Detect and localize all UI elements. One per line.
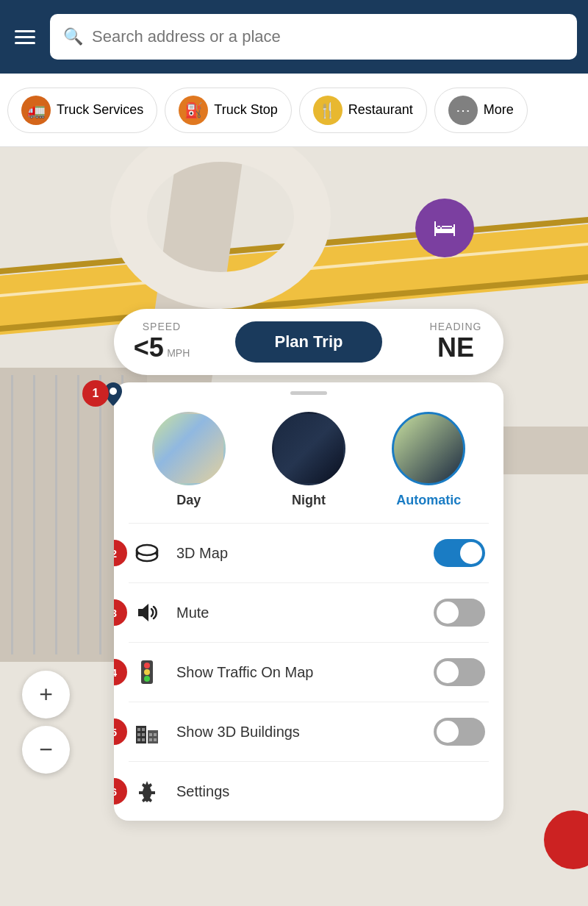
heading-label: HEADING [423,321,489,332]
truck-services-label: Truck Services [57,102,143,118]
speed-display: <5 MPH [129,332,195,363]
truck-stop-icon: ⛽ [179,96,208,125]
3d-map-icon [132,538,162,568]
toggle-knob-mute [437,602,459,624]
more-label: More [484,102,514,118]
toggle-knob-traffic [437,661,459,683]
gear-icon [132,777,162,806]
svg-point-9 [144,676,150,682]
category-restaurant[interactable]: 🍴 Restaurant [299,88,427,133]
speed-section: SPEED <5 MPH [129,321,195,363]
svg-rect-21 [154,738,157,741]
buildings-toggle[interactable] [434,718,485,746]
map-style-night[interactable]: Night [272,412,345,508]
zoom-out-button[interactable]: − [22,726,70,774]
setting-mute: 3 Mute [114,583,503,642]
svg-point-2 [137,545,157,555]
speed-label: SPEED [129,321,195,332]
buildings-icon [132,717,162,746]
step-6-badge: 6 [114,778,127,805]
zoom-in-button[interactable]: + [22,671,70,718]
svg-point-8 [144,669,150,675]
panel-handle [290,391,327,395]
mute-label: Mute [176,604,419,621]
3d-map-toggle[interactable]: ✓ [434,539,485,567]
step-1-badge: 1 [82,380,109,407]
speed-unit: MPH [167,347,190,359]
mute-icon [132,598,162,627]
3d-map-label: 3D Map [176,545,419,562]
toggle-check-icon: ✓ [468,546,479,562]
search-input[interactable] [92,27,564,46]
step-4-badge: 4 [114,659,127,685]
restaurant-icon: 🍴 [313,96,343,125]
buildings-label: Show 3D Buildings [176,724,419,741]
svg-rect-16 [137,738,140,741]
night-label: Night [292,493,326,508]
category-more[interactable]: ⋯ More [434,88,528,133]
top-bar: 🔍 [0,0,588,74]
step-3-badge: 3 [114,599,127,626]
traffic-label: Show Traffic On Map [176,664,419,681]
svg-point-7 [144,663,150,668]
day-label: Day [176,493,201,508]
plan-trip-button[interactable]: Plan Trip [235,321,382,363]
svg-rect-19 [154,733,157,736]
heading-section: HEADING NE [423,321,489,363]
svg-rect-15 [142,733,145,736]
auto-thumb [392,412,465,485]
map-style-day[interactable]: Day [152,412,226,508]
settings-panel: Day Night Automatic 2 3D Map ✓ [114,382,503,821]
settings-label: Settings [176,783,485,800]
toggle-knob-buildings [437,721,459,743]
setting-3d-buildings: 5 Show 3D Buildings [114,702,503,761]
traffic-icon [132,657,162,687]
night-thumb [272,412,345,485]
automatic-label: Automatic [396,493,461,508]
mute-toggle[interactable] [434,599,485,627]
truck-services-icon: 🚛 [21,96,51,125]
setting-3d-map: 2 3D Map ✓ [114,524,503,582]
heading-value: NE [423,332,489,363]
svg-rect-12 [137,728,140,731]
svg-rect-20 [149,738,152,741]
search-icon: 🔍 [63,27,83,46]
step-2-badge: 2 [114,540,127,566]
category-truck-stop[interactable]: ⛽ Truck Stop [165,88,291,133]
svg-rect-11 [148,730,158,743]
svg-rect-14 [137,733,140,736]
setting-settings[interactable]: 6 Settings [114,762,503,821]
step-5-badge: 5 [114,718,127,745]
day-thumb [152,412,226,485]
speed-value: <5 [134,332,164,363]
more-icon: ⋯ [448,96,478,125]
truck-stop-label: Truck Stop [214,102,277,118]
restaurant-label: Restaurant [348,102,413,118]
nav-bar: SPEED <5 MPH Plan Trip HEADING NE [114,309,503,375]
traffic-toggle[interactable] [434,658,485,686]
search-bar[interactable]: 🔍 [50,14,577,60]
menu-button[interactable] [11,26,39,48]
svg-rect-18 [149,733,152,736]
svg-rect-17 [142,738,145,741]
svg-point-0 [110,388,117,395]
zoom-controls: + − [22,671,70,774]
category-bar: 🚛 Truck Services ⛽ Truck Stop 🍴 Restaura… [0,74,588,147]
hotel-marker: 🛏 [415,199,474,257]
map-style-selector: Day Night Automatic [114,401,503,523]
setting-traffic: 4 Show Traffic On Map [114,643,503,702]
map-style-automatic[interactable]: Automatic [392,412,465,508]
svg-rect-13 [142,728,145,731]
svg-marker-5 [138,604,148,621]
category-truck-services[interactable]: 🚛 Truck Services [7,88,157,133]
